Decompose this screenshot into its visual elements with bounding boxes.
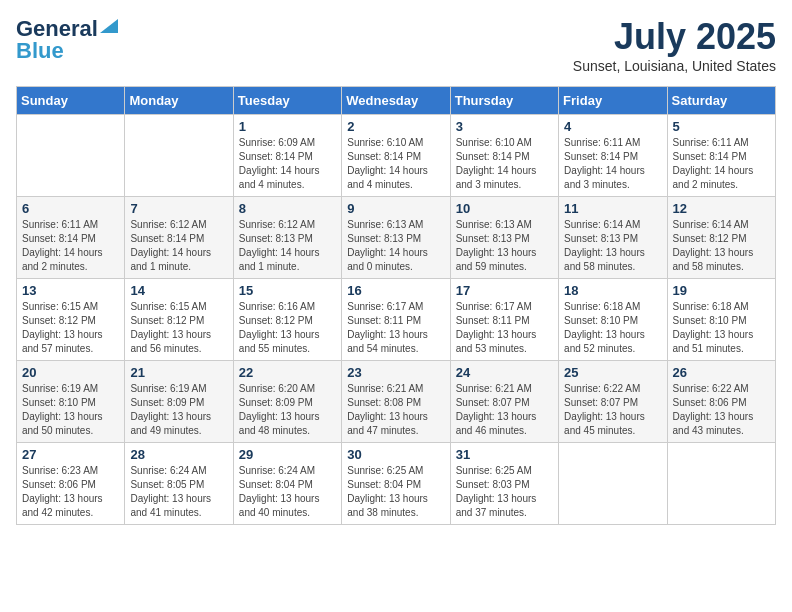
day-number: 17 — [456, 283, 553, 298]
day-number: 15 — [239, 283, 336, 298]
day-number: 9 — [347, 201, 444, 216]
day-info: Sunrise: 6:16 AM Sunset: 8:12 PM Dayligh… — [239, 300, 336, 356]
calendar-cell: 2Sunrise: 6:10 AM Sunset: 8:14 PM Daylig… — [342, 115, 450, 197]
day-number: 11 — [564, 201, 661, 216]
day-info: Sunrise: 6:10 AM Sunset: 8:14 PM Dayligh… — [456, 136, 553, 192]
day-number: 23 — [347, 365, 444, 380]
day-info: Sunrise: 6:15 AM Sunset: 8:12 PM Dayligh… — [22, 300, 119, 356]
calendar-cell: 27Sunrise: 6:23 AM Sunset: 8:06 PM Dayli… — [17, 443, 125, 525]
logo-icon — [100, 19, 118, 33]
weekday-header: Friday — [559, 87, 667, 115]
calendar-cell: 6Sunrise: 6:11 AM Sunset: 8:14 PM Daylig… — [17, 197, 125, 279]
calendar-week-row: 1Sunrise: 6:09 AM Sunset: 8:14 PM Daylig… — [17, 115, 776, 197]
day-info: Sunrise: 6:13 AM Sunset: 8:13 PM Dayligh… — [456, 218, 553, 274]
calendar-header-row: SundayMondayTuesdayWednesdayThursdayFrid… — [17, 87, 776, 115]
calendar-cell: 25Sunrise: 6:22 AM Sunset: 8:07 PM Dayli… — [559, 361, 667, 443]
calendar-cell: 5Sunrise: 6:11 AM Sunset: 8:14 PM Daylig… — [667, 115, 775, 197]
svg-marker-0 — [100, 19, 118, 33]
weekday-header: Saturday — [667, 87, 775, 115]
calendar-week-row: 27Sunrise: 6:23 AM Sunset: 8:06 PM Dayli… — [17, 443, 776, 525]
day-number: 21 — [130, 365, 227, 380]
day-info: Sunrise: 6:11 AM Sunset: 8:14 PM Dayligh… — [22, 218, 119, 274]
day-info: Sunrise: 6:21 AM Sunset: 8:08 PM Dayligh… — [347, 382, 444, 438]
day-info: Sunrise: 6:25 AM Sunset: 8:03 PM Dayligh… — [456, 464, 553, 520]
day-info: Sunrise: 6:22 AM Sunset: 8:07 PM Dayligh… — [564, 382, 661, 438]
weekday-header: Tuesday — [233, 87, 341, 115]
calendar-week-row: 13Sunrise: 6:15 AM Sunset: 8:12 PM Dayli… — [17, 279, 776, 361]
day-number: 24 — [456, 365, 553, 380]
calendar-cell: 18Sunrise: 6:18 AM Sunset: 8:10 PM Dayli… — [559, 279, 667, 361]
day-number: 7 — [130, 201, 227, 216]
calendar-cell: 24Sunrise: 6:21 AM Sunset: 8:07 PM Dayli… — [450, 361, 558, 443]
day-info: Sunrise: 6:12 AM Sunset: 8:14 PM Dayligh… — [130, 218, 227, 274]
day-info: Sunrise: 6:14 AM Sunset: 8:13 PM Dayligh… — [564, 218, 661, 274]
calendar-cell: 26Sunrise: 6:22 AM Sunset: 8:06 PM Dayli… — [667, 361, 775, 443]
day-number: 8 — [239, 201, 336, 216]
day-number: 13 — [22, 283, 119, 298]
day-info: Sunrise: 6:17 AM Sunset: 8:11 PM Dayligh… — [456, 300, 553, 356]
logo-blue: Blue — [16, 38, 64, 64]
day-number: 30 — [347, 447, 444, 462]
day-number: 20 — [22, 365, 119, 380]
month-title: July 2025 — [573, 16, 776, 58]
calendar-cell — [667, 443, 775, 525]
calendar: SundayMondayTuesdayWednesdayThursdayFrid… — [16, 86, 776, 525]
day-info: Sunrise: 6:18 AM Sunset: 8:10 PM Dayligh… — [564, 300, 661, 356]
calendar-cell: 14Sunrise: 6:15 AM Sunset: 8:12 PM Dayli… — [125, 279, 233, 361]
day-info: Sunrise: 6:17 AM Sunset: 8:11 PM Dayligh… — [347, 300, 444, 356]
weekday-header: Wednesday — [342, 87, 450, 115]
calendar-cell: 10Sunrise: 6:13 AM Sunset: 8:13 PM Dayli… — [450, 197, 558, 279]
weekday-header: Monday — [125, 87, 233, 115]
day-info: Sunrise: 6:25 AM Sunset: 8:04 PM Dayligh… — [347, 464, 444, 520]
calendar-cell: 21Sunrise: 6:19 AM Sunset: 8:09 PM Dayli… — [125, 361, 233, 443]
title-block: July 2025 Sunset, Louisiana, United Stat… — [573, 16, 776, 74]
day-info: Sunrise: 6:12 AM Sunset: 8:13 PM Dayligh… — [239, 218, 336, 274]
calendar-cell: 9Sunrise: 6:13 AM Sunset: 8:13 PM Daylig… — [342, 197, 450, 279]
day-info: Sunrise: 6:11 AM Sunset: 8:14 PM Dayligh… — [564, 136, 661, 192]
calendar-cell: 11Sunrise: 6:14 AM Sunset: 8:13 PM Dayli… — [559, 197, 667, 279]
day-number: 3 — [456, 119, 553, 134]
day-info: Sunrise: 6:21 AM Sunset: 8:07 PM Dayligh… — [456, 382, 553, 438]
calendar-cell: 1Sunrise: 6:09 AM Sunset: 8:14 PM Daylig… — [233, 115, 341, 197]
calendar-cell: 16Sunrise: 6:17 AM Sunset: 8:11 PM Dayli… — [342, 279, 450, 361]
day-info: Sunrise: 6:19 AM Sunset: 8:09 PM Dayligh… — [130, 382, 227, 438]
day-info: Sunrise: 6:15 AM Sunset: 8:12 PM Dayligh… — [130, 300, 227, 356]
calendar-cell: 15Sunrise: 6:16 AM Sunset: 8:12 PM Dayli… — [233, 279, 341, 361]
day-number: 19 — [673, 283, 770, 298]
weekday-header: Sunday — [17, 87, 125, 115]
day-number: 31 — [456, 447, 553, 462]
day-number: 6 — [22, 201, 119, 216]
day-number: 2 — [347, 119, 444, 134]
day-number: 27 — [22, 447, 119, 462]
calendar-cell: 19Sunrise: 6:18 AM Sunset: 8:10 PM Dayli… — [667, 279, 775, 361]
day-info: Sunrise: 6:14 AM Sunset: 8:12 PM Dayligh… — [673, 218, 770, 274]
day-info: Sunrise: 6:23 AM Sunset: 8:06 PM Dayligh… — [22, 464, 119, 520]
location: Sunset, Louisiana, United States — [573, 58, 776, 74]
page-header: General Blue July 2025 Sunset, Louisiana… — [16, 16, 776, 74]
day-info: Sunrise: 6:10 AM Sunset: 8:14 PM Dayligh… — [347, 136, 444, 192]
day-info: Sunrise: 6:24 AM Sunset: 8:05 PM Dayligh… — [130, 464, 227, 520]
day-number: 14 — [130, 283, 227, 298]
calendar-cell: 20Sunrise: 6:19 AM Sunset: 8:10 PM Dayli… — [17, 361, 125, 443]
day-info: Sunrise: 6:09 AM Sunset: 8:14 PM Dayligh… — [239, 136, 336, 192]
day-info: Sunrise: 6:24 AM Sunset: 8:04 PM Dayligh… — [239, 464, 336, 520]
day-number: 12 — [673, 201, 770, 216]
day-number: 5 — [673, 119, 770, 134]
calendar-cell: 8Sunrise: 6:12 AM Sunset: 8:13 PM Daylig… — [233, 197, 341, 279]
calendar-cell: 22Sunrise: 6:20 AM Sunset: 8:09 PM Dayli… — [233, 361, 341, 443]
day-number: 4 — [564, 119, 661, 134]
day-number: 26 — [673, 365, 770, 380]
calendar-cell: 7Sunrise: 6:12 AM Sunset: 8:14 PM Daylig… — [125, 197, 233, 279]
day-info: Sunrise: 6:20 AM Sunset: 8:09 PM Dayligh… — [239, 382, 336, 438]
day-number: 18 — [564, 283, 661, 298]
calendar-cell: 17Sunrise: 6:17 AM Sunset: 8:11 PM Dayli… — [450, 279, 558, 361]
logo: General Blue — [16, 16, 118, 64]
day-info: Sunrise: 6:22 AM Sunset: 8:06 PM Dayligh… — [673, 382, 770, 438]
calendar-week-row: 6Sunrise: 6:11 AM Sunset: 8:14 PM Daylig… — [17, 197, 776, 279]
calendar-cell — [559, 443, 667, 525]
day-info: Sunrise: 6:19 AM Sunset: 8:10 PM Dayligh… — [22, 382, 119, 438]
day-number: 29 — [239, 447, 336, 462]
day-info: Sunrise: 6:13 AM Sunset: 8:13 PM Dayligh… — [347, 218, 444, 274]
day-number: 1 — [239, 119, 336, 134]
day-number: 10 — [456, 201, 553, 216]
